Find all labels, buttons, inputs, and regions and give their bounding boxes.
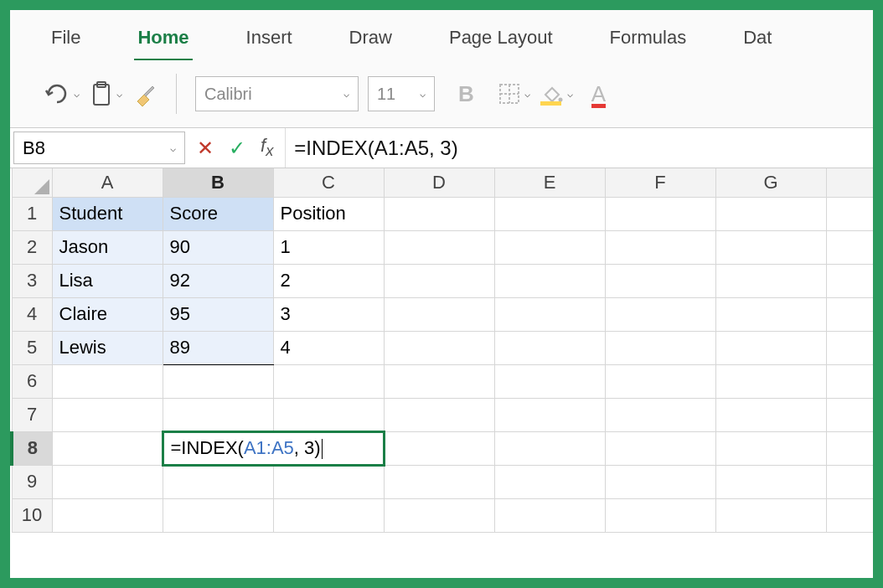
cell-D9[interactable] bbox=[384, 465, 494, 498]
cell-C6[interactable] bbox=[273, 364, 384, 398]
col-header-D[interactable]: D bbox=[384, 168, 494, 197]
cell-C2[interactable]: 1 bbox=[273, 230, 384, 264]
cell-H7[interactable] bbox=[826, 398, 873, 431]
row-header-10[interactable]: 10 bbox=[12, 498, 52, 532]
cell-D2[interactable] bbox=[384, 230, 494, 264]
row-header-6[interactable]: 6 bbox=[12, 364, 52, 398]
cell-E3[interactable] bbox=[494, 264, 605, 297]
cell-D8[interactable] bbox=[384, 431, 494, 465]
cell-B10[interactable] bbox=[163, 498, 273, 532]
cell-E7[interactable] bbox=[494, 398, 605, 431]
row-header-2[interactable]: 2 bbox=[12, 230, 52, 264]
cell-F10[interactable] bbox=[605, 498, 715, 532]
cell-A7[interactable] bbox=[52, 398, 163, 431]
cell-F2[interactable] bbox=[605, 230, 715, 264]
cell-A8[interactable] bbox=[52, 431, 163, 465]
cell-D3[interactable] bbox=[384, 264, 494, 297]
cell-A5[interactable]: Lewis bbox=[52, 331, 163, 364]
tab-page-layout[interactable]: Page Layout bbox=[446, 22, 556, 59]
spreadsheet-grid[interactable]: A B C D E F G H 1 Student Score Position bbox=[10, 168, 873, 578]
cell-B3[interactable]: 92 bbox=[163, 264, 273, 297]
cell-E4[interactable] bbox=[494, 297, 605, 331]
cell-C9[interactable] bbox=[273, 465, 384, 498]
font-color-button[interactable]: A bbox=[591, 81, 606, 107]
cell-H3[interactable] bbox=[826, 264, 873, 297]
cell-H10[interactable] bbox=[826, 498, 873, 532]
cell-H1[interactable] bbox=[826, 197, 873, 230]
cell-F6[interactable] bbox=[605, 364, 715, 398]
fx-icon[interactable]: fx bbox=[261, 135, 273, 160]
cell-H5[interactable] bbox=[826, 331, 873, 364]
cell-E10[interactable] bbox=[494, 498, 605, 532]
bold-button[interactable]: B bbox=[458, 81, 474, 107]
cell-H8[interactable] bbox=[826, 431, 873, 465]
cell-B4[interactable]: 95 bbox=[163, 297, 273, 331]
paste-button[interactable]: ⌵ bbox=[90, 80, 122, 107]
cell-G1[interactable] bbox=[715, 197, 826, 230]
cell-D7[interactable] bbox=[384, 398, 494, 431]
tab-draw[interactable]: Draw bbox=[346, 22, 395, 59]
tab-file[interactable]: File bbox=[48, 22, 84, 59]
cell-G5[interactable] bbox=[715, 331, 826, 364]
cell-E2[interactable] bbox=[494, 230, 605, 264]
cell-G7[interactable] bbox=[715, 398, 826, 431]
format-painter-button[interactable] bbox=[132, 81, 157, 106]
cell-E1[interactable] bbox=[494, 197, 605, 230]
cell-D1[interactable] bbox=[384, 197, 494, 230]
row-header-9[interactable]: 9 bbox=[12, 465, 52, 498]
cell-H9[interactable] bbox=[826, 465, 873, 498]
cell-A6[interactable] bbox=[52, 364, 163, 398]
cell-A4[interactable]: Claire bbox=[52, 297, 163, 331]
cell-G2[interactable] bbox=[715, 230, 826, 264]
cell-F9[interactable] bbox=[605, 465, 715, 498]
formula-bar-input[interactable]: =INDEX(A1:A5, 3) bbox=[286, 128, 873, 168]
fill-color-button[interactable]: ⌵ bbox=[540, 83, 573, 105]
cell-F8[interactable] bbox=[605, 431, 715, 465]
tab-data[interactable]: Dat bbox=[740, 22, 775, 59]
row-header-4[interactable]: 4 bbox=[12, 297, 52, 331]
cell-B7[interactable] bbox=[163, 398, 273, 431]
font-size-select[interactable]: 11 ⌵ bbox=[368, 76, 435, 111]
col-header-H[interactable]: H bbox=[826, 168, 873, 197]
col-header-A[interactable]: A bbox=[52, 168, 163, 197]
cell-A9[interactable] bbox=[52, 465, 163, 498]
cell-F7[interactable] bbox=[605, 398, 715, 431]
cell-D4[interactable] bbox=[384, 297, 494, 331]
cell-A10[interactable] bbox=[52, 498, 163, 532]
cell-C4[interactable]: 3 bbox=[273, 297, 384, 331]
cell-A2[interactable]: Jason bbox=[52, 230, 163, 264]
cell-B5[interactable]: 89 bbox=[163, 331, 273, 364]
cell-B1[interactable]: Score bbox=[163, 197, 273, 230]
col-header-F[interactable]: F bbox=[605, 168, 715, 197]
cell-G10[interactable] bbox=[715, 498, 826, 532]
cell-E9[interactable] bbox=[494, 465, 605, 498]
row-header-1[interactable]: 1 bbox=[12, 197, 52, 230]
cell-F1[interactable] bbox=[605, 197, 715, 230]
accept-button[interactable]: ✓ bbox=[229, 137, 245, 160]
cell-G9[interactable] bbox=[715, 465, 826, 498]
cell-B6[interactable] bbox=[163, 364, 273, 398]
borders-button[interactable]: ⌵ bbox=[498, 82, 530, 106]
name-box[interactable]: B8 ⌵ bbox=[13, 132, 185, 164]
cell-D10[interactable] bbox=[384, 498, 494, 532]
cell-H4[interactable] bbox=[826, 297, 873, 331]
cell-H6[interactable] bbox=[826, 364, 873, 398]
cell-A3[interactable]: Lisa bbox=[52, 264, 163, 297]
cell-B9[interactable] bbox=[163, 465, 273, 498]
row-header-8[interactable]: 8 bbox=[12, 431, 52, 465]
cancel-button[interactable]: ✕ bbox=[197, 137, 214, 160]
cell-E8[interactable] bbox=[494, 431, 605, 465]
undo-button[interactable]: ⌵ bbox=[44, 82, 80, 106]
col-header-G[interactable]: G bbox=[715, 168, 826, 197]
cell-C3[interactable]: 2 bbox=[273, 264, 384, 297]
row-header-5[interactable]: 5 bbox=[12, 331, 52, 364]
row-header-7[interactable]: 7 bbox=[12, 398, 52, 431]
tab-formulas[interactable]: Formulas bbox=[607, 22, 690, 59]
cell-B2[interactable]: 90 bbox=[163, 230, 273, 264]
row-header-3[interactable]: 3 bbox=[12, 264, 52, 297]
tab-home[interactable]: Home bbox=[134, 22, 192, 62]
col-header-E[interactable]: E bbox=[494, 168, 605, 197]
cell-C5[interactable]: 4 bbox=[273, 331, 384, 364]
cell-F5[interactable] bbox=[605, 331, 715, 364]
font-name-select[interactable]: Calibri ⌵ bbox=[195, 76, 359, 111]
